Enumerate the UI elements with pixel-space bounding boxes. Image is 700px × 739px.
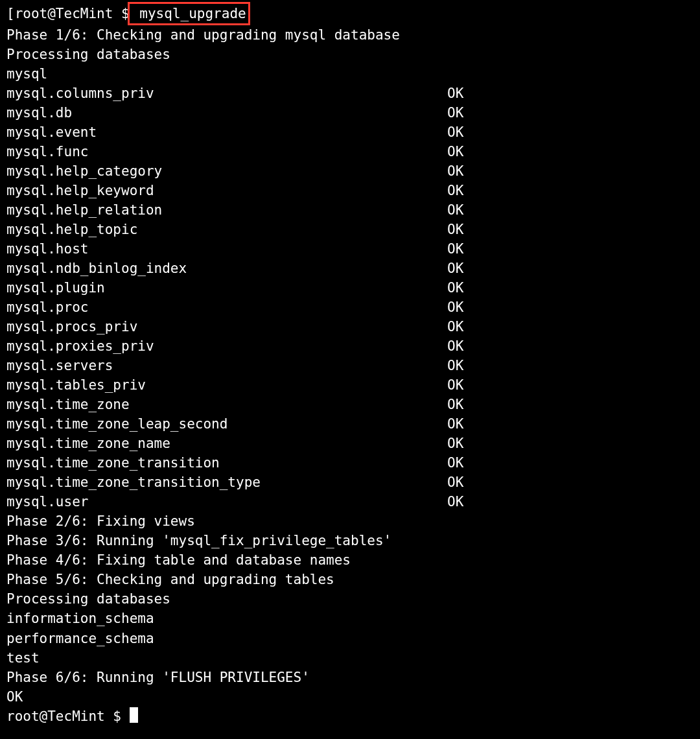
- table-name: mysql.help_relation: [6, 200, 447, 220]
- table-status: OK: [447, 395, 463, 414]
- table-row: mysql.userOK: [6, 492, 694, 511]
- prompt-2-text: root@TecMint $: [6, 709, 130, 724]
- db-information-schema: information_schema: [6, 609, 694, 628]
- phase-6-line: Phase 6/6: Running 'FLUSH PRIVILEGES': [6, 668, 694, 687]
- table-status: OK: [447, 317, 463, 336]
- table-name: mysql.db: [6, 103, 447, 123]
- table-row: mysql.ndb_binlog_indexOK: [6, 259, 694, 278]
- processing-databases-2: Processing databases: [6, 589, 694, 609]
- table-status: OK: [447, 181, 463, 200]
- table-name: mysql.user: [6, 492, 447, 511]
- prompt-prefix: [: [6, 6, 15, 21]
- table-name: mysql.proc: [6, 298, 447, 317]
- phase-3-line: Phase 3/6: Running 'mysql_fix_privilege_…: [6, 531, 694, 550]
- table-status: OK: [447, 434, 463, 453]
- final-ok: OK: [6, 687, 694, 707]
- table-status: OK: [447, 375, 463, 395]
- table-row: mysql.time_zone_transition_typeOK: [6, 473, 694, 492]
- table-status-list: mysql.columns_privOKmysql.dbOKmysql.even…: [6, 84, 694, 511]
- terminal-output[interactable]: [root@TecMint $ mysql_upgrade Phase 1/6:…: [6, 4, 694, 726]
- table-status: OK: [447, 336, 463, 356]
- table-name: mysql.columns_priv: [6, 84, 447, 103]
- table-row: mysql.dbOK: [6, 103, 694, 123]
- table-name: mysql.time_zone_name: [6, 434, 447, 453]
- table-status: OK: [447, 356, 463, 375]
- table-name: mysql.help_category: [6, 161, 447, 181]
- table-status: OK: [447, 298, 463, 317]
- table-status: OK: [447, 414, 463, 434]
- table-row: mysql.time_zone_leap_secondOK: [6, 414, 694, 434]
- table-row: mysql.time_zoneOK: [6, 395, 694, 414]
- table-row: mysql.procs_privOK: [6, 317, 694, 336]
- phase-2-line: Phase 2/6: Fixing views: [6, 511, 694, 531]
- cursor-icon: [130, 707, 138, 723]
- table-status: OK: [447, 220, 463, 239]
- phase-4-line: Phase 4/6: Fixing table and database nam…: [6, 550, 694, 570]
- table-row: mysql.time_zone_transitionOK: [6, 453, 694, 473]
- phase-1-line: Phase 1/6: Checking and upgrading mysql …: [6, 25, 694, 45]
- table-status: OK: [447, 492, 463, 511]
- table-status: OK: [447, 259, 463, 278]
- table-row: mysql.proxies_privOK: [6, 336, 694, 356]
- table-name: mysql.host: [6, 239, 447, 259]
- table-row: mysql.procOK: [6, 298, 694, 317]
- db-performance-schema: performance_schema: [6, 629, 694, 648]
- table-row: mysql.pluginOK: [6, 278, 694, 298]
- table-status: OK: [447, 84, 463, 103]
- table-status: OK: [447, 103, 463, 123]
- table-row: mysql.help_keywordOK: [6, 181, 694, 200]
- table-row: mysql.help_categoryOK: [6, 161, 694, 181]
- table-name: mysql.time_zone_transition_type: [6, 473, 447, 492]
- table-name: mysql.help_keyword: [6, 181, 447, 200]
- table-name: mysql.ndb_binlog_index: [6, 259, 447, 278]
- prompt-line-1: [root@TecMint $ mysql_upgrade: [6, 4, 694, 25]
- table-name: mysql.time_zone: [6, 395, 447, 414]
- table-row: mysql.hostOK: [6, 239, 694, 259]
- phase-5-line: Phase 5/6: Checking and upgrading tables: [6, 570, 694, 589]
- table-row: mysql.columns_privOK: [6, 84, 694, 103]
- table-status: OK: [447, 200, 463, 220]
- table-row: mysql.tables_privOK: [6, 375, 694, 395]
- processing-databases-1: Processing databases: [6, 45, 694, 64]
- table-status: OK: [447, 239, 463, 259]
- table-name: mysql.help_topic: [6, 220, 447, 239]
- table-status: OK: [447, 123, 463, 142]
- table-status: OK: [447, 453, 463, 473]
- table-row: mysql.help_relationOK: [6, 200, 694, 220]
- table-name: mysql.time_zone_leap_second: [6, 414, 447, 434]
- table-name: mysql.event: [6, 123, 447, 142]
- table-status: OK: [447, 161, 463, 181]
- table-name: mysql.time_zone_transition: [6, 453, 447, 473]
- db-mysql: mysql: [6, 64, 694, 84]
- db-test: test: [6, 648, 694, 668]
- table-name: mysql.proxies_priv: [6, 336, 447, 356]
- table-status: OK: [447, 142, 463, 161]
- table-row: mysql.serversOK: [6, 356, 694, 375]
- table-name: mysql.procs_priv: [6, 317, 447, 336]
- command-highlight-box: mysql_upgrade: [128, 2, 250, 25]
- table-name: mysql.servers: [6, 356, 447, 375]
- table-row: mysql.time_zone_nameOK: [6, 434, 694, 453]
- table-name: mysql.plugin: [6, 278, 447, 298]
- table-status: OK: [447, 473, 463, 492]
- prompt-line-2: root@TecMint $: [6, 707, 694, 726]
- table-name: mysql.tables_priv: [6, 375, 447, 395]
- command-text: mysql_upgrade: [132, 6, 246, 21]
- table-row: mysql.eventOK: [6, 123, 694, 142]
- table-name: mysql.func: [6, 142, 447, 161]
- table-row: mysql.funcOK: [6, 142, 694, 161]
- prompt-user-host: root@TecMint $: [15, 6, 130, 21]
- table-status: OK: [447, 278, 463, 298]
- table-row: mysql.help_topicOK: [6, 220, 694, 239]
